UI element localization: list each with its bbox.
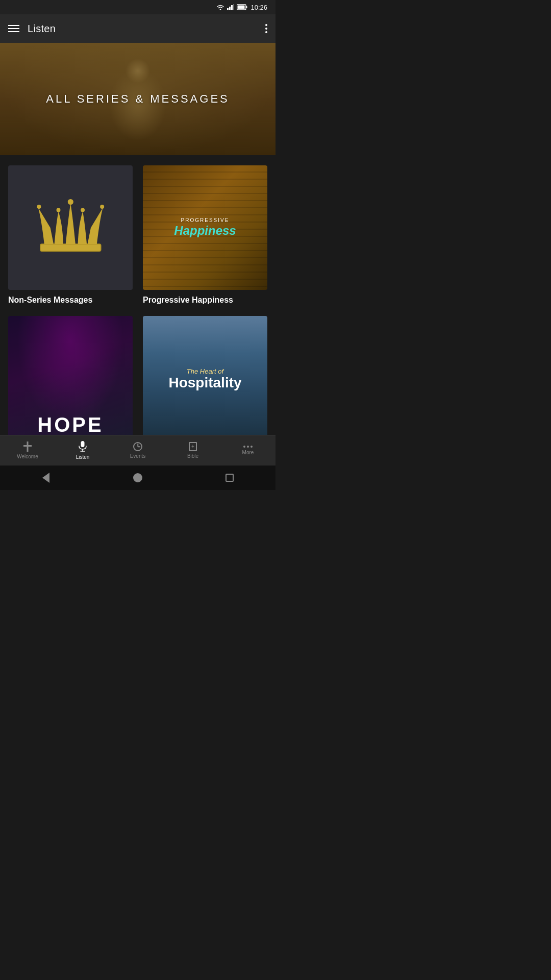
toolbar-left: Listen [8,23,56,35]
recents-icon [226,474,234,482]
signal-icon [227,4,234,10]
hospitality-label: Hospitality [168,376,241,390]
progressive-happiness-text: PROGRESSIVE Happiness [174,217,236,237]
happiness-label: Happiness [174,224,236,237]
series-item-hope[interactable]: HOPE [8,316,133,446]
progressive-label: PROGRESSIVE [174,217,236,223]
nav-item-listen[interactable]: Listen [55,438,110,463]
svg-rect-13 [81,441,85,447]
nav-label-listen: Listen [76,454,90,460]
nav-label-bible: Bible [187,453,198,459]
nav-item-more[interactable]: More [220,443,276,458]
svg-rect-7 [40,244,101,251]
series-item-hospitality[interactable]: The Heart of Hospitality [143,316,267,446]
svg-point-9 [56,208,60,212]
overflow-menu-button[interactable] [265,24,267,33]
svg-point-11 [37,205,41,209]
svg-rect-2 [231,5,233,10]
hero-banner[interactable]: ALL SERIES & MESSAGES [0,43,276,155]
home-icon [133,473,142,482]
series-item-progressive-happiness[interactable]: PROGRESSIVE Happiness Progressive Happin… [143,165,267,306]
series-title-non-series: Non-Series Messages [8,296,92,304]
series-thumb-progressive: PROGRESSIVE Happiness [143,165,267,290]
recents-button[interactable] [224,473,235,483]
page-title: Listen [28,23,56,35]
hero-title: ALL SERIES & MESSAGES [46,92,230,106]
svg-rect-3 [233,4,234,10]
svg-point-12 [100,205,104,209]
nav-label-more: More [242,450,254,455]
system-nav-bar [0,465,276,490]
dots-icon [243,446,253,448]
hamburger-menu-button[interactable] [8,25,19,32]
clock-icon [133,442,142,451]
heart-of-label: The Heart of [187,368,223,375]
series-title-progressive: Progressive Happiness [143,296,233,304]
svg-rect-5 [238,6,245,9]
cross-icon [23,442,32,452]
series-item-non-series[interactable]: Non-Series Messages [8,165,133,306]
mic-icon [78,441,87,452]
hospitality-text: The Heart of Hospitality [168,366,241,390]
svg-rect-0 [227,8,229,10]
status-bar: 10:26 [0,0,276,14]
svg-rect-6 [246,6,247,8]
dot-3 [251,446,253,448]
back-button[interactable] [41,473,51,483]
series-thumb-hope: HOPE [8,316,133,440]
svg-rect-1 [229,7,231,10]
back-icon [42,473,49,483]
status-icons: 10:26 [216,4,267,11]
toolbar: Listen [0,14,276,43]
wifi-icon [216,4,224,10]
battery-icon [237,4,248,10]
nav-label-welcome: Welcome [17,454,38,459]
svg-point-8 [67,199,73,205]
nav-item-bible[interactable]: Bible [165,439,220,462]
home-button[interactable] [133,473,143,483]
nav-item-events[interactable]: Events [110,439,165,462]
series-thumb-non-series [8,165,133,290]
crown-icon [30,187,111,268]
nav-item-welcome[interactable]: Welcome [0,438,55,462]
hope-text: HOPE [37,413,103,440]
nav-label-events: Events [130,453,146,459]
dot-2 [247,446,249,448]
series-thumb-hospitality: The Heart of Hospitality [143,316,267,440]
svg-point-10 [81,208,85,212]
series-grid: Non-Series Messages PROGRESSIVE Happines… [8,165,267,446]
bible-icon [189,442,197,451]
status-time: 10:26 [251,4,267,11]
dot-1 [243,446,245,448]
